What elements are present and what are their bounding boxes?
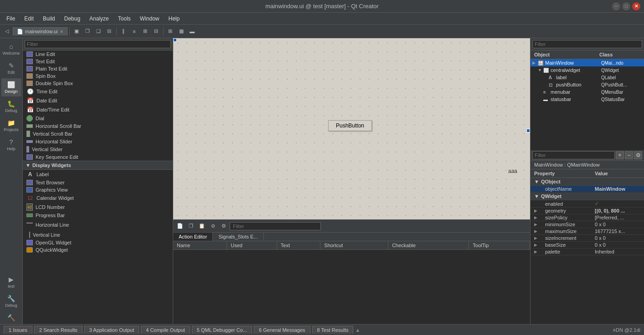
tree-row-centralwidget[interactable]: ▼ ⬜ centralwidget QWidget <box>531 66 644 74</box>
action-delete-btn[interactable]: ⊘ <box>208 221 218 231</box>
sidebar-projects[interactable]: 📁 Projects <box>1 117 21 135</box>
prop-maxsize-value[interactable]: 16777215 x... <box>595 228 640 234</box>
resize-handle-tl[interactable] <box>173 38 177 42</box>
prop-row-objectname[interactable]: objectName MainWindow <box>531 186 644 193</box>
action-filter-input[interactable] <box>230 222 321 230</box>
widget-datetime-edit[interactable]: 📅 Date/Time Edit <box>23 105 173 114</box>
status-app-output[interactable]: 3 Application Output <box>84 326 139 334</box>
sidebar-debug[interactable]: 🐛 Debug <box>1 97 21 116</box>
action-settings-btn[interactable]: ⚙ <box>219 221 229 231</box>
menu-file[interactable]: File <box>2 15 20 23</box>
status-qml-debug[interactable]: 5 QML Debugger Co... <box>192 326 252 334</box>
widget-dial[interactable]: Dial <box>23 114 173 122</box>
canvas-text-aaa[interactable]: aaa <box>508 168 517 174</box>
prop-basesize-value[interactable]: 0 x 0 <box>595 242 640 248</box>
widget-opengl[interactable]: OpenGL Widget <box>23 239 173 246</box>
tree-row-label[interactable]: A label QLabel <box>531 74 644 81</box>
toolbar-btn-6[interactable]: ≡ <box>129 26 139 36</box>
status-issues[interactable]: 1 Issues <box>4 326 32 334</box>
maximize-button[interactable]: □ <box>622 2 630 10</box>
widget-vline[interactable]: Vertical Line <box>23 231 173 239</box>
expand-basesize[interactable]: ▶ <box>534 243 540 247</box>
widget-lcd-number[interactable]: 42 LCD Number <box>23 203 173 212</box>
widget-line-edit[interactable]: Line Edit <box>23 51 173 58</box>
toolbar-btn-3[interactable]: ❑ <box>93 26 103 36</box>
prop-objectname-value[interactable]: MainWindow <box>595 186 640 192</box>
widget-vscrollbar[interactable]: Vertical Scroll Bar <box>23 130 173 138</box>
toolbar-btn-5[interactable]: ∥ <box>118 26 129 36</box>
prop-row-sizepolicy[interactable]: ▶ sizePolicy [Preferred, ... <box>531 214 644 221</box>
object-filter-input[interactable] <box>532 40 642 48</box>
toolbar-btn-align[interactable]: ▬ <box>187 26 197 36</box>
widget-time-edit[interactable]: 🕐 Time Edit <box>23 87 173 96</box>
widget-text-browser[interactable]: Text Browser <box>23 179 173 186</box>
expand-palette[interactable]: ▶ <box>534 249 540 254</box>
widget-vslider[interactable]: Vertical Slider <box>23 145 173 153</box>
prop-row-maxsize[interactable]: ▶ maximumSize 16777215 x... <box>531 228 644 235</box>
widget-qquick[interactable]: QQuickWidget <box>23 246 173 254</box>
sidebar-design[interactable]: ⬜ Design <box>1 78 21 96</box>
prop-row-sizeincrement[interactable]: ▶ sizeIncrement 0 x 0 <box>531 235 644 242</box>
toolbar-btn-7[interactable]: ⊞ <box>140 26 150 36</box>
props-filter-input[interactable] <box>532 151 615 159</box>
design-canvas[interactable]: PushButton aaa <box>173 38 530 219</box>
prop-palette-value[interactable]: Inherited <box>595 249 640 254</box>
display-widgets-category[interactable]: ▼ Display Widgets <box>23 161 173 170</box>
sidebar-help[interactable]: ? Help <box>1 136 21 154</box>
widget-double-spin-box[interactable]: Double Spin Box <box>23 80 173 87</box>
widget-plain-text-edit[interactable]: Plain Text Edit <box>23 65 173 72</box>
prop-sizepolicy-value[interactable]: [Preferred, ... <box>595 215 640 220</box>
tab-close-button[interactable]: ✕ <box>60 29 63 34</box>
toolbar-btn-layout[interactable]: ▦ <box>176 26 186 36</box>
sidebar-hammer[interactable]: 🔨 <box>1 311 21 324</box>
menu-edit[interactable]: Edit <box>20 15 38 23</box>
tree-row-pushbutton[interactable]: ⊡ pushButton QPushButt... <box>531 81 644 88</box>
prop-row-minsize[interactable]: ▶ minimumSize 0 x 0 <box>531 221 644 228</box>
status-arrow[interactable]: ▲ <box>355 327 360 333</box>
expand-sizepolicy[interactable]: ▶ <box>534 215 540 220</box>
status-compile[interactable]: 4 Compile Output <box>141 326 190 334</box>
expand-geometry[interactable]: ▶ <box>534 208 540 213</box>
action-copy-btn[interactable]: ❐ <box>186 221 196 231</box>
prop-row-enabled[interactable]: enabled ✓ <box>531 200 644 208</box>
menu-debug[interactable]: Debug <box>60 15 85 23</box>
widget-filter-input[interactable] <box>25 40 171 48</box>
widget-text-edit[interactable]: Text Edit <box>23 58 173 65</box>
widget-key-seq-edit[interactable]: Key Sequence Edit <box>23 153 173 161</box>
props-add-btn[interactable]: + <box>616 151 624 159</box>
close-button[interactable]: ✕ <box>632 2 640 10</box>
menu-window[interactable]: Window <box>135 15 164 23</box>
prop-minsize-value[interactable]: 0 x 0 <box>595 222 640 227</box>
sidebar-welcome[interactable]: ⌂ Welcome <box>1 40 21 58</box>
sidebar-test[interactable]: ▶ test <box>1 273 21 291</box>
expand-minsize[interactable]: ▶ <box>534 222 540 227</box>
prop-row-geometry[interactable]: ▶ geometry [(0, 0), 800 ... <box>531 208 644 214</box>
resize-handle-r[interactable] <box>526 129 530 132</box>
expand-sizeincrement[interactable]: ▶ <box>534 236 540 240</box>
action-editor-tab[interactable]: Action Editor <box>173 233 213 241</box>
canvas-pushbutton[interactable]: PushButton <box>328 120 372 131</box>
widget-label[interactable]: A Label <box>23 170 173 179</box>
sidebar-edit[interactable]: ✎ Edit <box>1 59 21 77</box>
prop-row-palette[interactable]: ▶ palette Inherited <box>531 249 644 255</box>
sidebar-debug2[interactable]: 🔧 Debug <box>1 292 21 310</box>
status-general[interactable]: 6 General Messages <box>254 326 310 334</box>
tree-row-mainwindow[interactable]: ▶ 🪟 MainWindow QMai...ndo <box>531 59 644 66</box>
toolbar-btn-1[interactable]: ▣ <box>72 26 82 36</box>
toolbar-btn-grid[interactable]: ⊞ <box>165 26 175 36</box>
minimize-button[interactable]: ─ <box>612 2 620 10</box>
action-new-btn[interactable]: 📄 <box>175 221 185 231</box>
widget-date-edit[interactable]: 📅 Date Edit <box>23 96 173 105</box>
status-search[interactable]: 2 Search Results <box>34 326 82 334</box>
widget-hline[interactable]: Horizontal Line <box>23 219 173 231</box>
prop-section-qobject[interactable]: ▼ QObject <box>531 178 644 186</box>
prop-sizeincrement-value[interactable]: 0 x 0 <box>595 235 640 241</box>
toolbar-navigate-back[interactable]: ◁ <box>2 26 12 36</box>
expand-maxsize[interactable]: ▶ <box>534 229 540 233</box>
widget-hscrollbar[interactable]: Horizontal Scroll Bar <box>23 122 173 130</box>
widget-hslider[interactable]: Horizontal Slider <box>23 138 173 145</box>
prop-section-qwidget[interactable]: ▼ QWidget <box>531 193 644 200</box>
widget-calendar[interactable]: 12 Calendar Widget <box>23 193 173 203</box>
expand-centralwidget[interactable]: ▼ <box>538 68 543 72</box>
prop-enabled-value[interactable]: ✓ <box>595 201 640 207</box>
